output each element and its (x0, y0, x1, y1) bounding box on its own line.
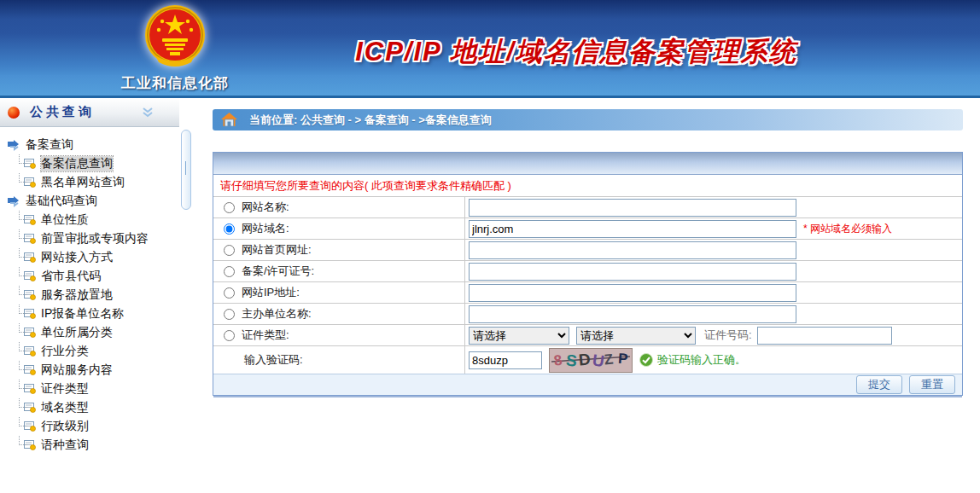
radio-website-domain[interactable] (224, 223, 235, 235)
sidebar-item-cert-type[interactable]: 证件类型 (0, 380, 179, 398)
svg-text:P: P (617, 350, 628, 367)
sidebar-item-unit-category[interactable]: 单位所属分类 (0, 323, 179, 342)
cert-number-input[interactable] (757, 327, 892, 345)
home-icon[interactable] (221, 113, 237, 127)
ip-address-input[interactable] (469, 284, 796, 302)
form-page-icon (24, 421, 36, 432)
group-label: 备案查询 (26, 137, 73, 153)
item-label: 服务器放置地 (41, 287, 113, 303)
license-number-input[interactable] (469, 263, 796, 281)
captcha-image[interactable]: 8 S D U Z P (549, 348, 633, 373)
sidebar-item-province-code[interactable]: 省市县代码 (0, 267, 179, 286)
cert-type-select-1[interactable]: 请选择 (469, 327, 569, 345)
chevron-double-down-icon[interactable] (142, 107, 154, 118)
sidebar-item-server-location[interactable]: 服务器放置地 (0, 286, 179, 304)
sidebar-tree: 备案查询 备案信息查询 黑名单网站查询 基础代码查询 (0, 127, 179, 455)
form-page-icon (24, 403, 36, 413)
radio-homepage-url[interactable] (224, 245, 235, 256)
submit-button[interactable]: 提交 (856, 375, 902, 394)
sidebar-item-industry-category[interactable]: 行业分类 (0, 342, 179, 361)
website-domain-input[interactable] (469, 220, 796, 238)
site-header: 工业和信息化部 ICP/IP 地址/域名信息备案管理系统 (0, 0, 980, 98)
sidebar-item-unit-nature[interactable]: 单位性质 (0, 211, 179, 229)
item-label: 域名类型 (41, 400, 89, 415)
sidebar-item-ip-report-unit[interactable]: IP报备单位名称 (0, 304, 179, 323)
item-label: 前置审批或专项内容 (41, 231, 149, 246)
radio-cert-type[interactable] (224, 330, 235, 341)
sidebar-item-beian-info-query[interactable]: 备案信息查询 (0, 154, 179, 173)
sidebar-item-access-method[interactable]: 网站接入方式 (0, 248, 179, 267)
item-label: 单位所属分类 (41, 325, 113, 340)
form-notice: 请仔细填写您所要查询的内容( 此项查询要求条件精确匹配 ) (213, 175, 962, 196)
form-row-website-domain: 网站域名: * 网站域名必须输入 (213, 218, 962, 239)
main-content: 当前位置: 公共查询 - > 备案查询 - >备案信息查询 请仔细填写您所要查询… (192, 98, 980, 493)
required-note: * 网站域名必须输入 (803, 222, 892, 236)
group-label: 基础代码查询 (26, 194, 97, 209)
sidebar-group-base-code-query[interactable]: 基础代码查询 (0, 192, 179, 211)
item-label: 单位性质 (41, 212, 89, 228)
item-label: 证件类型 (41, 381, 89, 397)
item-label: 省市县代码 (41, 269, 101, 284)
splitter-grip-icon (185, 161, 186, 175)
field-label: 证件类型: (242, 328, 289, 343)
sidebar-header[interactable]: 公共查询 (0, 98, 179, 127)
form-page-icon (24, 384, 36, 394)
sidebar-splitter (179, 98, 192, 493)
cert-type-select-2[interactable]: 请选择 (576, 327, 696, 345)
sidebar-item-language-query[interactable]: 语种查询 (0, 436, 179, 455)
cert-number-label: 证件号码: (704, 328, 752, 343)
reset-button[interactable]: 重置 (909, 375, 955, 394)
red-sphere-icon (8, 107, 20, 119)
field-label: 网站域名: (242, 221, 289, 236)
svg-text:D: D (578, 350, 592, 368)
form-page-icon (24, 234, 36, 244)
sidebar: 公共查询 备案查询 备案信息查询 黑名单 (0, 98, 180, 493)
form-page-icon (24, 346, 36, 357)
sidebar-group-beian-query[interactable]: 备案查询 (0, 136, 179, 154)
splitter-handle[interactable] (181, 130, 191, 210)
form-page-icon (24, 440, 36, 450)
form-row-license-number: 备案/许可证号: (213, 260, 962, 281)
field-label: 网站名称: (242, 200, 289, 215)
national-emblem-icon (143, 3, 207, 72)
form-page-icon (24, 365, 36, 375)
form-row-ip-address: 网站IP地址: (213, 281, 962, 303)
system-title: ICP/IP 地址/域名信息备案管理系统 (337, 34, 815, 70)
double-arrow-icon (7, 139, 20, 151)
field-label: 网站首页网址: (242, 242, 312, 258)
radio-organizer-name[interactable] (224, 309, 235, 320)
radio-license-number[interactable] (224, 266, 235, 277)
field-label: 主办单位名称: (242, 306, 312, 322)
breadcrumb-text: 当前位置: 公共查询 - > 备案查询 - >备案信息查询 (249, 113, 492, 128)
item-label: 行政级别 (41, 419, 89, 434)
page: 工业和信息化部 ICP/IP 地址/域名信息备案管理系统 公共查询 备案查询 (0, 0, 980, 493)
sidebar-title: 公共查询 (30, 104, 142, 120)
form-page-icon (24, 290, 36, 300)
form-row-cert-type: 证件类型: 请选择 请选择 证件号码: (213, 324, 962, 345)
sidebar-item-pre-approval[interactable]: 前置审批或专项内容 (0, 229, 179, 248)
website-name-input[interactable] (469, 199, 796, 217)
item-label: 网站服务内容 (41, 362, 113, 378)
sidebar-item-domain-type[interactable]: 域名类型 (0, 398, 179, 417)
form-row-captcha: 输入验证码: 8 S D U Z P (213, 345, 962, 374)
radio-website-name[interactable] (224, 202, 235, 213)
query-panel: 请仔细填写您所要查询的内容( 此项查询要求条件精确匹配 ) 网站名称: 网站域名… (213, 152, 963, 396)
captcha-input[interactable] (469, 351, 542, 369)
form-page-icon (24, 328, 36, 338)
sidebar-item-blacklist-query[interactable]: 黑名单网站查询 (0, 173, 179, 192)
radio-ip-address[interactable] (224, 287, 235, 299)
panel-footer: 提交 重置 (213, 374, 962, 395)
item-label: 网站接入方式 (41, 250, 113, 265)
organizer-name-input[interactable] (469, 305, 796, 323)
form-page-icon (24, 309, 36, 319)
ministry-name: 工业和信息化部 (102, 73, 248, 93)
item-label: 黑名单网站查询 (41, 175, 125, 190)
field-label: 输入验证码: (244, 352, 303, 368)
sidebar-item-website-service-content[interactable]: 网站服务内容 (0, 361, 179, 380)
form-page-icon (24, 159, 36, 169)
item-label: 语种查询 (41, 438, 89, 453)
homepage-url-input[interactable] (469, 241, 796, 259)
sidebar-item-admin-level[interactable]: 行政级别 (0, 417, 179, 436)
form-row-organizer-name: 主办单位名称: (213, 303, 962, 324)
form-page-icon (24, 215, 36, 225)
